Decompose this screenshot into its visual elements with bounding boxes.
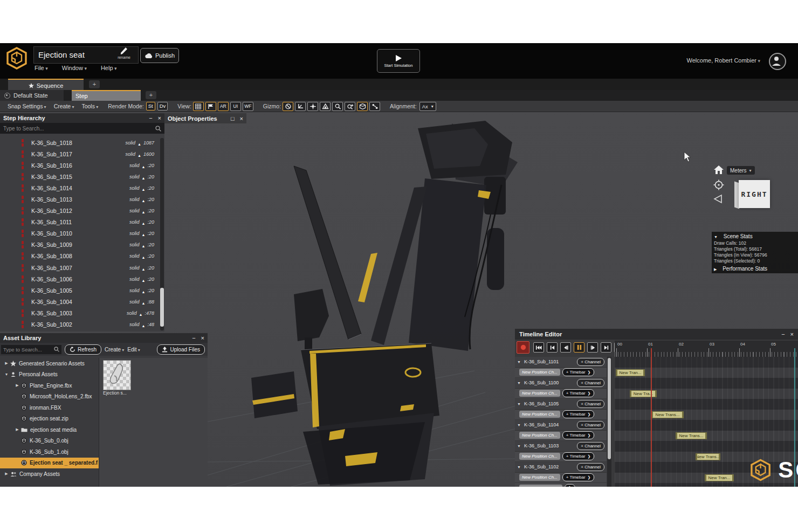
rename-button[interactable]: rename (114, 46, 134, 59)
tree-item-generated-scenario-assets[interactable]: ▶Generated Scenario Assets (0, 358, 99, 369)
gizmo-zoom-icon[interactable] (332, 102, 343, 111)
chevron-expanded-icon[interactable]: ▼ (3, 372, 10, 376)
add-channel-button[interactable]: + Channel (577, 358, 604, 366)
flag-view-icon[interactable] (205, 102, 216, 111)
hierarchy-row[interactable]: K-36_Sub_1016solid:20 (0, 160, 160, 171)
tree-item-ejection-seat-media[interactable]: ▶ejection seat media (0, 424, 99, 436)
keyframe-timebar[interactable]: New Tran... (705, 474, 734, 481)
tab-sequence[interactable]: Sequence (8, 79, 84, 91)
track-channel-row[interactable]: New Position Ch...+ Timebar (515, 473, 607, 483)
keyframe-timebar[interactable]: New Tra... (630, 390, 657, 397)
start-simulation-button[interactable]: Start Simulation (377, 49, 420, 73)
step-forward-button[interactable] (587, 342, 598, 353)
hierarchy-row[interactable]: K-36_Sub_1005solid:20 (0, 285, 160, 296)
render-mode-dv-button[interactable]: Dv (157, 102, 168, 110)
prev-keyframe-button[interactable] (547, 342, 558, 353)
track-group-row[interactable]: ▼K-36_Sub_1103+ Channel (515, 441, 607, 452)
tree-item-k-36-sub-1-obj[interactable]: K-36_Sub_1.obj (0, 446, 99, 458)
tab-step[interactable]: Step (72, 90, 141, 101)
hierarchy-item-name[interactable]: K-36_Sub_1007 (31, 265, 72, 271)
channel-name-pill[interactable]: New Position Ch... (519, 369, 560, 376)
hierarchy-item-name[interactable]: K-36_Sub_1011 (31, 219, 72, 225)
pause-button[interactable] (574, 342, 584, 353)
menu-file[interactable]: File (35, 65, 48, 71)
hierarchy-item-name[interactable]: K-36_Sub_1010 (31, 230, 72, 237)
chevron-expanded-icon[interactable]: ▼ (517, 465, 521, 469)
hierarchy-item-name[interactable]: K-36_Sub_1009 (31, 241, 72, 248)
minimize-button[interactable]: − (781, 331, 785, 337)
close-button[interactable]: × (158, 115, 161, 121)
timeline-grid[interactable]: 000102030405 New Tran...New Tra...New Tr… (615, 341, 798, 487)
hierarchy-row[interactable]: K-36_Sub_1007solid:20 (0, 262, 160, 273)
welcome-user-dropdown[interactable]: Welcome, Robert Combier (687, 57, 760, 64)
gizmo-none-icon[interactable] (283, 102, 293, 111)
menu-help[interactable]: Help (101, 65, 117, 71)
view-ui-button[interactable]: UI (230, 102, 241, 111)
add-timebar-button[interactable]: + Timebar (562, 473, 595, 481)
timeline-grid-body[interactable]: New Tran...New Tra...New Trans...New Tra… (615, 357, 798, 487)
add-channel-button[interactable]: + Channel (577, 442, 604, 450)
hierarchy-scrollbar[interactable] (160, 138, 164, 330)
scene-stats-header[interactable]: ▼ Scene Stats (714, 233, 796, 239)
add-channel-button[interactable]: + Channel (577, 463, 604, 471)
add-timebar-button[interactable]: + Timebar (562, 431, 595, 439)
gizmo-zoom-star-icon[interactable] (345, 102, 355, 111)
hierarchy-item-name[interactable]: K-36_Sub_1004 (31, 299, 72, 305)
minimize-button[interactable]: − (149, 115, 152, 121)
hierarchy-row[interactable]: K-36_Sub_1006solid:20 (0, 273, 160, 285)
add-channel-button[interactable]: + Channel (577, 379, 604, 387)
hierarchy-row[interactable]: K-36_Sub_1009solid:20 (0, 239, 160, 251)
view-cube[interactable]: RIGHT (734, 178, 770, 210)
hierarchy-item-name[interactable]: K-36_Sub_1005 (31, 287, 72, 294)
hierarchy-row[interactable]: K-36_Sub_1017solid1600 (0, 148, 160, 160)
hierarchy-row[interactable]: K-36_Sub_1010solid:20 (0, 228, 160, 239)
channel-name-pill[interactable]: New Position Ch... (519, 474, 560, 481)
track-channel-row[interactable]: New Position Ch...+ Timebar (515, 431, 607, 441)
units-dropdown[interactable]: Meters (727, 166, 755, 175)
hierarchy-item-name[interactable]: K-36_Sub_1016 (31, 162, 72, 169)
gizmo-fork-icon[interactable] (369, 102, 380, 111)
gizmo-move-icon[interactable] (307, 102, 318, 111)
skip-start-button[interactable] (533, 342, 544, 353)
tree-item-personal-assets[interactable]: ▼Personal Assets (0, 369, 99, 381)
tree-item-ejection-seat-zip[interactable]: ejection seat.zip (0, 413, 99, 425)
rotate-left-triangle-icon[interactable] (713, 194, 723, 204)
keyframe-timebar[interactable]: New Trans... (676, 432, 707, 439)
chevron-collapsed-icon[interactable]: ▶ (14, 427, 20, 432)
timeline-scrollbar[interactable] (607, 357, 611, 487)
hierarchy-item-name[interactable]: K-36_Sub_1013 (31, 196, 72, 203)
chevron-expanded-icon[interactable]: ▼ (517, 360, 521, 364)
upload-files-button[interactable]: Upload Files (157, 344, 205, 355)
home-icon[interactable] (713, 165, 724, 175)
add-timebar-button[interactable]: + Timebar (562, 368, 595, 376)
channel-name-pill[interactable]: New Position Ch... (519, 453, 560, 460)
tree-item-microsoft-hololens-2-fbx[interactable]: Microsoft_HoloLens_2.fbx (0, 391, 99, 403)
gizmo-axes-icon[interactable] (295, 102, 306, 111)
keyframe-timebar[interactable]: New Trans... (696, 453, 720, 460)
view-ar-button[interactable]: AR (218, 102, 229, 111)
tree-item-plane-engine-fbx[interactable]: ▶Plane_Engine.fbx (0, 380, 99, 391)
hierarchy-row[interactable]: K-36_Sub_1018solid1087 (0, 137, 160, 148)
snap-settings-dropdown[interactable]: Snap Settings (8, 103, 46, 109)
scrollbar-thumb[interactable] (160, 288, 164, 327)
view-cube-front-face[interactable]: RIGHT (739, 180, 770, 208)
chevron-collapsed-icon[interactable]: ▶ (14, 383, 20, 388)
hierarchy-row[interactable]: K-36_Sub_1013solid:20 (0, 194, 160, 205)
step-back-button[interactable] (560, 342, 571, 353)
add-timebar-button[interactable]: + Timebar (562, 410, 595, 418)
timeline-ruler[interactable]: 000102030405 (615, 341, 798, 357)
next-keyframe-button[interactable] (601, 342, 611, 353)
add-step-button[interactable]: + (146, 91, 156, 99)
hierarchy-item-name[interactable]: K-36_Sub_1008 (31, 253, 72, 259)
chevron-expanded-icon[interactable]: ▼ (517, 423, 521, 427)
focus-crosshair-icon[interactable] (713, 179, 724, 190)
hierarchy-item-name[interactable]: K-36_Sub_1015 (31, 174, 72, 180)
track-channel-row[interactable]: New Position Ch...+ Timebar (515, 410, 607, 420)
track-channel-row[interactable]: New Position Ch...+ Timebar (515, 389, 607, 399)
render-mode-st-button[interactable]: St (146, 102, 155, 110)
tree-item-ejection-seat-separated-f[interactable]: Ejection seat _ separated.f (0, 458, 99, 469)
channel-name-pill[interactable]: New Position Ch... (519, 432, 560, 439)
chevron-expanded-icon[interactable]: ▼ (517, 402, 521, 406)
alignment-dropdown[interactable]: Ax (419, 102, 436, 111)
scrollbar-thumb[interactable] (608, 358, 611, 459)
